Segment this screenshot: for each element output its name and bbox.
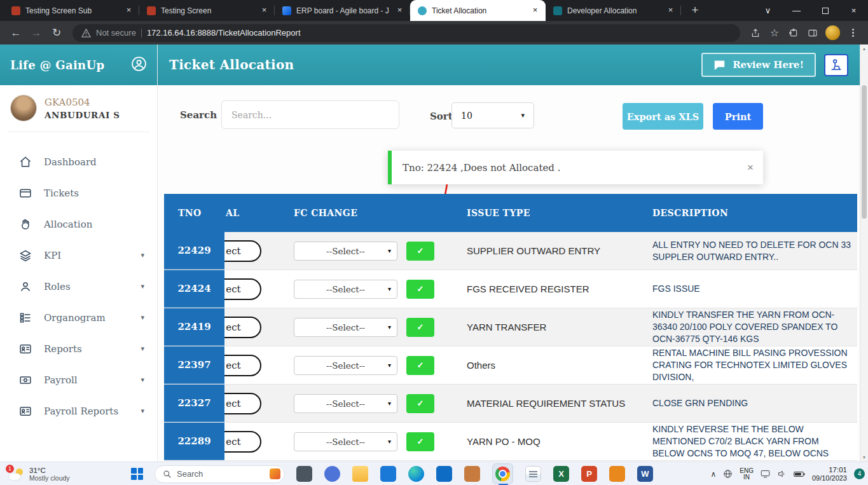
person-desk-icon xyxy=(829,58,843,72)
col-header-description: DESCRIPTION xyxy=(636,194,857,232)
url-omnibox[interactable]: Not secure 172.16.64.16:8888/TicketAlloc… xyxy=(72,24,740,42)
sidebar-item-allocation[interactable]: Allocation xyxy=(0,208,157,240)
tab-erp-board[interactable]: ERP board - Agile board - Ji... × xyxy=(275,0,410,21)
sidebar-item-roles[interactable]: Roles ▾ xyxy=(0,271,157,302)
weather-widget[interactable]: 1 31°C Mostly cloudy xyxy=(4,462,75,485)
bookmark-star-icon[interactable]: ☆ xyxy=(766,24,783,42)
table-row: 22397 ect --Select--▾ ✓ Others RENTAL MA… xyxy=(164,346,857,385)
tab-testing-screen-sub[interactable]: Testing Screen Sub × xyxy=(4,0,139,21)
tab-close-icon[interactable]: × xyxy=(259,5,270,16)
outlook-icon[interactable] xyxy=(380,466,396,482)
reload-icon[interactable]: ↻ xyxy=(47,24,66,43)
notes-icon[interactable] xyxy=(525,466,541,482)
select-pill-button[interactable]: ect xyxy=(224,240,261,262)
file-explorer-icon[interactable] xyxy=(352,466,368,482)
sidebar-item-kpi[interactable]: KPI ▾ xyxy=(0,240,157,271)
network-offline-icon[interactable] xyxy=(723,469,733,479)
sidebar-item-payroll[interactable]: Payroll ▾ xyxy=(0,364,157,395)
side-panel-icon[interactable] xyxy=(804,24,822,42)
confirm-check-button[interactable]: ✓ xyxy=(406,242,434,261)
sidebar-item-payroll-reports[interactable]: Payroll Reports ▾ xyxy=(0,395,157,427)
select-pill-button[interactable]: ect xyxy=(224,431,261,453)
tab-close-icon[interactable]: × xyxy=(123,5,134,16)
fc-change-select[interactable]: --Select--▾ xyxy=(294,356,397,375)
edge-icon[interactable] xyxy=(408,466,424,482)
sidebar-item-organogram[interactable]: Organogram ▾ xyxy=(0,302,157,333)
confirm-check-button[interactable]: ✓ xyxy=(406,280,434,299)
start-button[interactable] xyxy=(131,468,143,480)
tab-testing-screen[interactable]: Testing Screen × xyxy=(139,0,275,21)
fc-change-select[interactable]: --Select--▾ xyxy=(294,280,397,299)
forward-icon[interactable]: → xyxy=(27,24,46,43)
excel-icon[interactable]: X xyxy=(553,466,569,482)
tab-ticket-allocation[interactable]: Ticket Allocation × xyxy=(410,0,546,21)
chevron-down-icon: ▾ xyxy=(141,376,144,384)
share-icon[interactable] xyxy=(747,24,764,42)
description-cell: FGS ISSUE xyxy=(636,270,857,308)
browser-profile-avatar[interactable] xyxy=(825,25,840,40)
window-minimize-button[interactable]: — xyxy=(782,0,811,21)
sidebar-item-tickets[interactable]: Tickets xyxy=(0,177,157,208)
new-tab-button[interactable]: + xyxy=(686,2,704,20)
search-input[interactable] xyxy=(221,100,399,129)
select-caret-icon: ▾ xyxy=(521,111,525,120)
fc-change-select[interactable]: --Select--▾ xyxy=(294,394,397,413)
teams-icon[interactable] xyxy=(324,466,340,482)
store-icon[interactable] xyxy=(436,466,452,482)
fc-change-select[interactable]: --Select--▾ xyxy=(294,432,397,451)
sort-page-size-select[interactable]: 10 ▾ xyxy=(451,102,534,128)
select-pill-button[interactable]: ect xyxy=(224,393,261,414)
volume-icon[interactable] xyxy=(777,469,787,479)
select-pill-button[interactable]: ect xyxy=(224,355,261,376)
fc-change-select[interactable]: --Select--▾ xyxy=(294,242,397,261)
package-icon[interactable] xyxy=(464,466,480,482)
accessibility-button[interactable] xyxy=(824,54,848,76)
fc-change-select[interactable]: --Select--▾ xyxy=(294,318,397,337)
scroll-up-icon[interactable]: ▲ xyxy=(860,46,868,51)
extensions-icon[interactable] xyxy=(785,24,803,42)
notification-count-badge[interactable]: 4 xyxy=(854,468,865,479)
select-pill-button[interactable]: ect xyxy=(224,317,261,338)
powerpoint-icon[interactable]: P xyxy=(581,466,597,482)
taskbar-search-box[interactable]: Search xyxy=(155,465,285,483)
language-line1: ENG xyxy=(740,468,754,474)
page-scrollbar[interactable]: ▲ ▼ xyxy=(860,44,868,461)
back-icon[interactable]: ← xyxy=(6,24,25,43)
sidebar-item-dashboard[interactable]: Dashboard xyxy=(0,146,157,177)
language-indicator[interactable]: ENG IN xyxy=(740,468,754,481)
export-xls-button[interactable]: Export as XLS xyxy=(623,103,703,130)
tab-search-caret-icon[interactable]: ∨ xyxy=(754,0,782,21)
select-caret-icon: ▾ xyxy=(388,362,391,369)
id-card-icon xyxy=(19,343,32,355)
print-button[interactable]: Print xyxy=(713,103,763,130)
browser-menu-kebab-icon[interactable] xyxy=(844,24,862,42)
window-close-button[interactable]: × xyxy=(839,0,868,21)
chrome-icon-active[interactable] xyxy=(492,463,513,484)
battery-icon[interactable] xyxy=(794,470,805,478)
scrollbar-thumb[interactable] xyxy=(862,85,867,219)
taskbar-clock[interactable]: 17:01 09/10/2023 xyxy=(812,466,847,482)
review-here-button[interactable]: Review Here! xyxy=(701,53,816,77)
confirm-check-button[interactable]: ✓ xyxy=(406,318,434,337)
tab-developer-allocation[interactable]: Developer Allocation × xyxy=(546,0,681,21)
user-id: GKA0504 xyxy=(45,97,120,108)
weather-badge: 1 xyxy=(6,465,14,473)
select-pill-button[interactable]: ect xyxy=(224,278,261,300)
profile-circle-icon[interactable] xyxy=(131,56,147,74)
confirm-check-button[interactable]: ✓ xyxy=(406,432,434,451)
toast-close-icon[interactable]: × xyxy=(747,161,754,174)
confirm-check-button[interactable]: ✓ xyxy=(406,356,434,375)
cast-screen-icon[interactable] xyxy=(761,470,770,478)
tab-close-icon[interactable]: × xyxy=(530,5,541,16)
tray-chevron-icon[interactable]: ∧ xyxy=(710,470,716,479)
app-icon[interactable] xyxy=(296,466,312,482)
sidebar-item-reports[interactable]: Reports ▾ xyxy=(0,333,157,364)
window-maximize-button[interactable] xyxy=(811,0,839,21)
scroll-down-icon[interactable]: ▼ xyxy=(860,455,868,460)
ticket-table: TNO AL FC CHANGE ISSUE TYPE DESCRIPTION … xyxy=(164,194,857,461)
word-icon[interactable]: W xyxy=(637,466,653,482)
tab-close-icon[interactable]: × xyxy=(394,5,405,16)
confirm-check-button[interactable]: ✓ xyxy=(406,394,434,413)
orange-app-icon[interactable] xyxy=(609,466,625,482)
tab-close-icon[interactable]: × xyxy=(665,5,676,16)
